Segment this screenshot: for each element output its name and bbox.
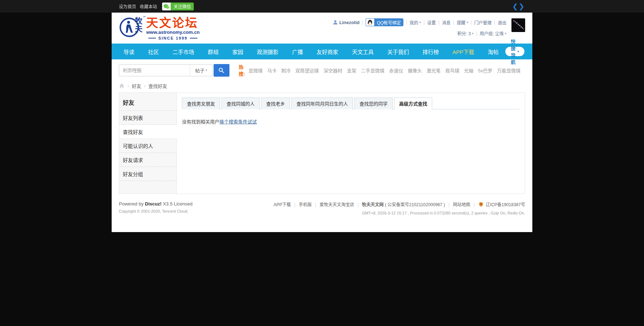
- caret-down-icon: ▾: [472, 32, 474, 35]
- hot-term[interactable]: 二手显微镜: [361, 67, 384, 74]
- footer-mobile-link[interactable]: 手机版: [299, 202, 312, 207]
- code-brackets-icon[interactable]: ❮❯: [512, 2, 525, 10]
- wechat-follow-label: 关注微信: [171, 3, 194, 10]
- tab-advanced-search[interactable]: 高级方式查找: [394, 98, 432, 109]
- tab-find-classmates[interactable]: 查找您的同学: [354, 98, 393, 109]
- find-friends-tabs: 查找男女朋友 查找同城的人 查找老乡 查找同年同月同日生的人 查找您的同学 高级…: [182, 98, 520, 109]
- topbar: 设为首页 收藏本站 关注微信 ❮❯: [0, 0, 644, 13]
- caret-down-icon: ▾: [466, 21, 468, 24]
- qq-penguin-icon: [366, 18, 374, 26]
- set-home-link[interactable]: 设为首页: [119, 3, 136, 9]
- nav-item-secondhand-market[interactable]: 二手市场: [166, 48, 201, 55]
- nav-item-groups[interactable]: 群组: [201, 48, 225, 55]
- tab-find-hometown[interactable]: 查找老乡: [261, 98, 290, 109]
- bookmark-link[interactable]: 收藏本站: [140, 3, 157, 9]
- user-group-link[interactable]: 用户组: 尘埃▾: [480, 30, 506, 36]
- nav-item-astrophotography[interactable]: 观测摄影: [250, 48, 285, 55]
- hot-term[interactable]: 激光笔: [426, 67, 440, 74]
- content-wrapper: 牧夫 ™ 天文论坛 www.astronomy.com.cn SINCE 199…: [112, 13, 532, 232]
- user-menu-reminders[interactable]: 提醒▾: [457, 19, 468, 26]
- qq-bind-button[interactable]: QQ帐号绑定: [366, 18, 403, 26]
- main-navigation: 导读 社区 二手市场 群组 家园 观测摄影 广播 友好商家 天文工具 关于我们 …: [112, 44, 532, 59]
- empty-result-text: 没有找到相关用户: [182, 119, 219, 124]
- tab-find-same-city[interactable]: 查找同城的人: [222, 98, 260, 109]
- username-link[interactable]: Linezolid: [339, 20, 359, 25]
- nav-item-app-download[interactable]: APP下载: [446, 48, 481, 55]
- wechat-icon: [162, 3, 171, 10]
- footer-taobao-link[interactable]: 爱牧夫天文淘宝店: [319, 202, 354, 207]
- hot-term[interactable]: 深空器材: [323, 67, 342, 74]
- nav-item-guide[interactable]: 导读: [117, 48, 141, 55]
- hot-term[interactable]: 光轴: [464, 67, 473, 74]
- logo-brand-text: 牧夫: [135, 17, 143, 33]
- hot-term[interactable]: 支架: [347, 67, 356, 74]
- nav-item-homepage[interactable]: 家园: [225, 48, 250, 55]
- friends-panel: 好友 好友列表 查找好友 可能认识的人 好友请求 好友分组 查找男女朋友 查找同…: [119, 92, 525, 194]
- sidebar-item-people-you-may-know[interactable]: 可能认识的人: [119, 139, 176, 153]
- user-menu-portal-admin[interactable]: 门户管理: [474, 19, 492, 26]
- wechat-follow-button[interactable]: 关注微信: [162, 3, 194, 10]
- user-menu-settings[interactable]: 设置: [427, 19, 436, 26]
- user-panel: Linezolid |: [333, 18, 525, 36]
- find-friends-content: 查找男女朋友 查找同城的人 查找老乡 查找同年同月同日生的人 查找您的同学 高级…: [177, 93, 525, 194]
- sidebar-item-friend-list[interactable]: 好友列表: [119, 111, 176, 125]
- page: 设为首页 收藏本站 关注微信 ❮❯: [0, 0, 644, 326]
- qq-bind-label: QQ帐号绑定: [374, 18, 403, 26]
- tab-find-partner[interactable]: 查找男女朋友: [182, 98, 220, 109]
- nav-item-astronomy-tools[interactable]: 天文工具: [345, 48, 380, 55]
- tab-find-same-birthday[interactable]: 查找同年同月同日生的人: [291, 98, 353, 109]
- hot-term[interactable]: 显微镜: [249, 67, 263, 74]
- user-avatar[interactable]: [511, 18, 525, 32]
- nav-item-partner-merchants[interactable]: 友好商家: [310, 48, 345, 55]
- user-credits-link[interactable]: 积分: 3▾: [457, 30, 474, 36]
- user-menu-messages[interactable]: 消息: [442, 19, 451, 26]
- hot-term[interactable]: 双筒望远镜: [295, 67, 319, 74]
- nav-item-taotie[interactable]: 淘帖: [481, 48, 505, 55]
- site-header: 牧夫 ™ 天文论坛 www.astronomy.com.cn SINCE 199…: [112, 13, 532, 44]
- hot-term[interactable]: 马卡: [267, 67, 277, 74]
- quick-nav-button[interactable]: 快捷导航▾: [505, 47, 524, 56]
- site-logo[interactable]: 牧夫 ™ 天文论坛 www.astronomy.com.cn SINCE 199…: [119, 16, 205, 40]
- friends-sidebar: 好友 好友列表 查找好友 可能认识的人 好友请求 好友分组: [119, 93, 177, 194]
- footer-sitemap-link[interactable]: 网站地图: [453, 202, 470, 207]
- breadcrumb-friends[interactable]: 好友: [132, 82, 141, 89]
- breadcrumb-find-friends: 查找好友: [148, 82, 167, 89]
- sidebar-item-friend-groups[interactable]: 好友分组: [119, 167, 176, 181]
- user-menu-logout[interactable]: 退出: [498, 19, 506, 26]
- police-record-number: ( 公安备案号21021102000967 ): [385, 202, 445, 207]
- nav-item-ranking[interactable]: 排行榜: [416, 48, 446, 55]
- change-search-criteria-link[interactable]: 换个搜索条件试试: [219, 119, 257, 124]
- search-bar: 帖子▾ 热搜: 显微镜 马卡 制冷 双筒望远镜 深空器材 支架 二: [112, 64, 532, 76]
- hot-term[interactable]: 观鸟镜: [445, 67, 459, 74]
- search-button[interactable]: [214, 64, 229, 77]
- sidebar-item-friend-requests[interactable]: 好友请求: [119, 153, 176, 167]
- footer-stats-line: GMT+8, 2026-3-12 15:17 , Processed in 0.…: [274, 211, 525, 215]
- hot-term[interactable]: 赤道仪: [389, 67, 403, 74]
- police-badge-icon: [479, 202, 483, 208]
- logo-since: SINCE 1999: [146, 36, 200, 40]
- search-input[interactable]: [119, 65, 190, 76]
- footer-icp-link[interactable]: 辽ICP备19018387号: [486, 202, 525, 207]
- user-menu-my[interactable]: 我的▾: [410, 19, 421, 26]
- hot-term[interactable]: 万能显微镜: [497, 67, 520, 74]
- nav-item-about-us[interactable]: 关于我们: [380, 48, 416, 55]
- hot-search: 热搜: 显微镜 马卡 制冷 双筒望远镜 深空器材 支架 二手显微镜 赤道仪 摄像…: [239, 63, 525, 77]
- hot-search-label: 热搜:: [239, 63, 245, 77]
- footer: Powered by Discuz! X3.5 Licensed Copyrig…: [112, 194, 532, 215]
- logo-title: 天文论坛: [146, 17, 200, 29]
- logo-emblem-icon: 牧夫 ™: [119, 16, 141, 39]
- nav-item-broadcast[interactable]: 广播: [285, 48, 310, 55]
- footer-site-name-link[interactable]: 牧夫天文网: [362, 202, 384, 207]
- nav-item-community[interactable]: 社区: [141, 48, 166, 55]
- footer-app-download-link[interactable]: APP下载: [274, 202, 291, 207]
- caret-down-icon: ▾: [505, 32, 506, 35]
- search-scope-select[interactable]: 帖子▾: [190, 65, 212, 76]
- logo-url: www.astronomy.com.cn: [146, 30, 200, 35]
- powered-by-line: Powered by Discuz! X3.5 Licensed: [119, 201, 193, 207]
- home-icon[interactable]: [119, 83, 125, 89]
- hot-term[interactable]: 制冷: [281, 67, 291, 74]
- user-icon: [333, 20, 338, 25]
- sidebar-item-find-friends[interactable]: 查找好友: [119, 125, 177, 139]
- hot-term[interactable]: 摄像头: [408, 67, 422, 74]
- hot-term[interactable]: 5x巴罗: [478, 67, 492, 74]
